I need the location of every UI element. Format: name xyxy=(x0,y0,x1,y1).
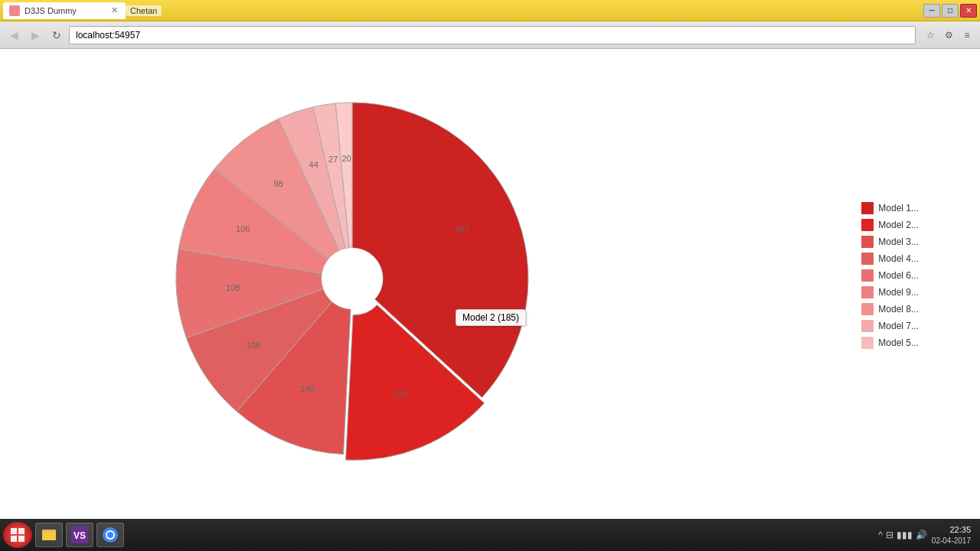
pie-label: 140 xyxy=(300,384,314,393)
legend-item: Model 4... xyxy=(861,253,919,265)
donut-center xyxy=(322,248,383,309)
legend-label: Model 8... xyxy=(878,304,919,315)
pie-label: 487 xyxy=(455,225,469,234)
pie-label: 106 xyxy=(236,224,250,233)
taskbar-app-files[interactable] xyxy=(35,523,63,547)
browser-toolbar: ◀ ▶ ↻ localhost:54957 ☆ ⚙ ≡ xyxy=(0,21,980,49)
menu-icon[interactable]: ≡ xyxy=(959,27,975,44)
svg-rect-11 xyxy=(11,536,17,542)
legend-item: Model 7... xyxy=(861,320,919,332)
legend-color-swatch xyxy=(861,253,874,265)
pie-label: 44 xyxy=(309,160,318,169)
svg-rect-12 xyxy=(18,536,24,542)
time-display: 22:35 xyxy=(932,524,971,535)
legend-item: Model 6... xyxy=(861,269,919,282)
legend-label: Model 5... xyxy=(878,337,919,348)
legend-item: Model 5... xyxy=(861,337,919,349)
svg-rect-6 xyxy=(861,303,874,315)
taskbar: VS ^ ⊟ ▮▮▮ 🔊 22:35 02-04-2017 xyxy=(0,519,980,551)
date-display: 02-04-2017 xyxy=(932,536,971,546)
browser-tab[interactable]: D3JS Dummy ✕ xyxy=(3,2,126,19)
taskbar-right: ^ ⊟ ▮▮▮ 🔊 22:35 02-04-2017 xyxy=(878,524,977,545)
pie-label: 108 xyxy=(226,283,240,292)
svg-rect-5 xyxy=(861,286,874,298)
user-badge: Chetan xyxy=(126,5,162,16)
bookmark-icon[interactable]: ☆ xyxy=(922,27,939,44)
legend-label: Model 4... xyxy=(878,253,919,264)
svg-text:VS: VS xyxy=(74,530,86,541)
files-icon xyxy=(41,527,57,543)
chart-legend: Model 1... Model 2... Model 3... Model 4… xyxy=(861,202,919,349)
svg-point-19 xyxy=(107,532,113,538)
sync-icon[interactable]: ⚙ xyxy=(940,27,957,44)
address-bar[interactable]: localhost:54957 xyxy=(69,26,916,44)
legend-color-swatch xyxy=(861,337,874,349)
legend-label: Model 6... xyxy=(878,270,919,281)
pie-label: 185 xyxy=(393,390,407,399)
svg-rect-7 xyxy=(861,320,874,332)
pie-label: 108 xyxy=(247,341,260,350)
legend-label: Model 1... xyxy=(878,203,919,214)
svg-rect-9 xyxy=(11,528,17,534)
network-icon: ⊟ xyxy=(886,530,893,540)
svg-rect-8 xyxy=(861,337,874,349)
legend-label: Model 2... xyxy=(878,220,919,230)
tab-close-button[interactable]: ✕ xyxy=(109,5,119,15)
clock: 22:35 02-04-2017 xyxy=(932,524,971,545)
legend-color-swatch xyxy=(861,202,874,214)
svg-rect-10 xyxy=(18,528,24,534)
chrome-icon xyxy=(102,527,119,543)
svg-rect-2 xyxy=(861,236,874,248)
legend-label: Model 3... xyxy=(878,236,919,247)
svg-rect-14 xyxy=(42,532,56,540)
windows-logo xyxy=(10,527,25,543)
toolbar-icons: ☆ ⚙ ≡ xyxy=(922,27,975,44)
legend-item: Model 2... xyxy=(861,219,919,231)
close-button[interactable]: ✕ xyxy=(960,4,977,18)
legend-label: Model 7... xyxy=(878,321,919,331)
legend-item: Model 1... xyxy=(861,202,919,214)
legend-item: Model 8... xyxy=(861,303,919,315)
legend-color-swatch xyxy=(861,219,874,231)
svg-rect-4 xyxy=(861,269,874,282)
legend-label: Model 9... xyxy=(878,287,919,298)
legend-color-swatch xyxy=(861,320,874,332)
minimize-button[interactable]: ─ xyxy=(923,4,940,18)
vs-icon: VS xyxy=(71,527,88,543)
legend-color-swatch xyxy=(861,236,874,248)
signal-icon: ▮▮▮ xyxy=(897,530,913,540)
pie-label: 98 xyxy=(273,179,283,188)
legend-color-swatch xyxy=(861,269,874,282)
url-text: localhost:54957 xyxy=(76,30,140,41)
refresh-button[interactable]: ↻ xyxy=(47,26,66,44)
restore-button[interactable]: □ xyxy=(942,4,959,18)
window-controls: ─ □ ✕ xyxy=(923,4,977,18)
tray-arrow-icon[interactable]: ^ xyxy=(878,530,883,540)
svg-rect-1 xyxy=(861,219,874,231)
system-tray: ^ ⊟ ▮▮▮ 🔊 xyxy=(878,530,927,540)
pie-label: 20 xyxy=(341,154,351,163)
taskbar-app-vs[interactable]: VS xyxy=(66,523,93,547)
legend-item: Model 3... xyxy=(861,236,919,248)
volume-icon: 🔊 xyxy=(916,530,927,540)
pie-chart: 48718514010810810698442720 xyxy=(122,72,658,500)
tab-title: D3JS Dummy xyxy=(24,6,105,15)
legend-color-swatch xyxy=(861,303,874,315)
start-button[interactable] xyxy=(3,522,32,548)
back-button[interactable]: ◀ xyxy=(5,26,23,44)
tab-favicon xyxy=(9,5,20,16)
pie-label: 27 xyxy=(328,155,338,164)
legend-color-swatch xyxy=(861,286,874,298)
legend-item: Model 9... xyxy=(861,286,919,298)
titlebar: D3JS Dummy ✕ Chetan ─ □ ✕ xyxy=(0,0,980,21)
svg-rect-0 xyxy=(861,202,874,214)
svg-rect-3 xyxy=(861,253,874,265)
taskbar-app-chrome[interactable] xyxy=(96,523,124,547)
forward-button[interactable]: ▶ xyxy=(26,26,44,44)
page-content: 48718514010810810698442720 Model 2 (185)… xyxy=(0,49,980,519)
